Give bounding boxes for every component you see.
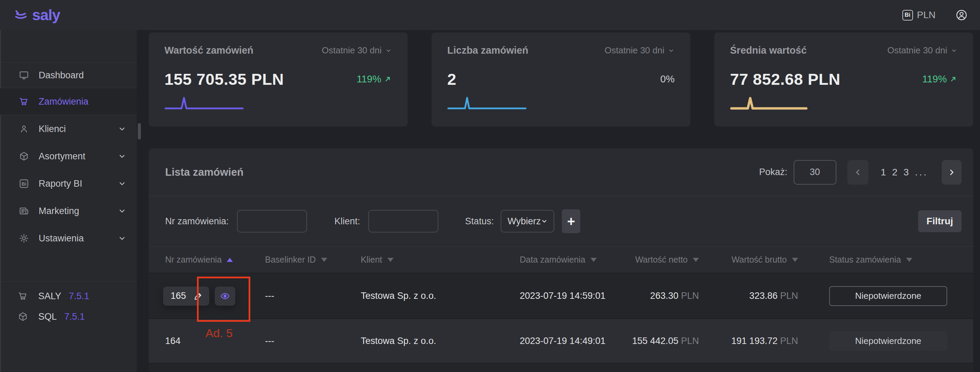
next-page-button[interactable]	[942, 160, 961, 184]
currency-suffix: PLN	[780, 336, 798, 346]
sort-desc-icon	[792, 258, 798, 262]
box-icon	[19, 151, 29, 161]
baselinker-id-cell: ---	[265, 291, 361, 301]
currency-label[interactable]: PLN	[917, 10, 935, 21]
column-wartosc-netto[interactable]: Wartość netto	[629, 255, 705, 265]
gross-value-cell: 323.86 PLN	[705, 291, 803, 301]
column-label: Nr zamówienia	[165, 255, 221, 265]
card-wartosc-zamowien: Wartość zamówień Ostatnie 30 dni 155 705…	[149, 32, 407, 127]
add-filter-button[interactable]: +	[562, 209, 580, 233]
column-nr-zamowienia[interactable]: Nr zamówienia	[165, 255, 265, 265]
column-klient[interactable]: Klient	[361, 255, 520, 265]
gross-amount: 323.86	[749, 291, 778, 301]
column-label: Data zamówienia	[520, 255, 585, 265]
chevron-down-icon	[118, 234, 127, 243]
sidebar-item-ustawienia[interactable]: Ustawienia	[0, 225, 137, 252]
card-liczba-zamowien: Liczba zamówień Ostatnie 30 dni 2 0%	[431, 32, 690, 127]
card-srednia-wartosc: Średnia wartość Ostatnie 30 dni 77 852.6…	[714, 32, 973, 127]
scrollbar-thumb[interactable]	[138, 123, 141, 140]
net-amount: 155 442.05	[632, 336, 678, 346]
order-number: 164	[165, 336, 265, 347]
currency-suffix: PLN	[780, 291, 798, 301]
cart-icon	[18, 291, 28, 301]
trend-up-icon	[384, 76, 392, 83]
sort-desc-icon	[321, 258, 327, 262]
sidebar-item-label: Marketing	[39, 206, 80, 216]
account-icon[interactable]	[955, 9, 968, 21]
baselinker-id-cell: ---	[265, 336, 361, 347]
trend-up-icon	[950, 76, 958, 83]
topbar: saly Bi PLN	[0, 0, 980, 30]
version-number: 7.5.1	[64, 312, 85, 322]
chevron-down-icon	[118, 124, 127, 134]
column-label: Wartość netto	[635, 255, 688, 265]
person-icon	[19, 124, 29, 134]
change-value: 0%	[660, 73, 675, 85]
gross-amount: 191 193.72	[732, 336, 778, 346]
column-baselinker-id[interactable]: Baselinker ID	[265, 255, 361, 265]
period-dropdown[interactable]: Ostatnie 30 dni	[605, 45, 675, 56]
app-logo[interactable]: saly	[14, 6, 60, 24]
version-number: 7.5.1	[69, 291, 89, 302]
client-cell: Testowa Sp. z o.o.	[361, 336, 520, 347]
chevron-down-icon	[118, 152, 127, 161]
prev-page-button[interactable]	[847, 160, 869, 184]
bi-report-icon: Bi	[19, 178, 29, 189]
card-title: Średnia wartość	[730, 45, 807, 56]
order-number-input[interactable]	[237, 210, 307, 232]
page-numbers[interactable]: 1 2 3 ...	[881, 167, 928, 178]
card-title: Wartość zamówień	[164, 45, 253, 56]
net-value-cell: 263.30 PLN	[629, 291, 705, 301]
monitor-icon	[19, 70, 29, 80]
sidebar-item-label: Dashboard	[39, 70, 84, 81]
order-number-label: Nr zamówienia:	[165, 216, 229, 227]
status-select-value: Wybierz	[508, 216, 541, 227]
card-title: Liczba zamówień	[447, 45, 528, 56]
order-number-pill: 165	[163, 286, 209, 306]
sidebar-item-asortyment[interactable]: Asortyment	[0, 143, 137, 170]
sidebar-item-marketing[interactable]: Marketing	[0, 197, 137, 225]
page-size-input[interactable]	[794, 160, 836, 184]
table-row-partial	[149, 363, 973, 372]
column-data-zamowienia[interactable]: Data zamówienia	[520, 255, 629, 265]
net-amount: 263.30	[650, 291, 678, 301]
sidebar-item-label: Zamówienia	[39, 96, 89, 107]
sparkline-blue	[447, 95, 527, 111]
status-label: Status:	[465, 216, 494, 227]
period-dropdown[interactable]: Ostatnie 30 dni	[322, 45, 392, 56]
period-label: Ostatnie 30 dni	[322, 45, 382, 56]
chevron-down-icon	[541, 217, 548, 225]
sidebar-item-raporty-bi[interactable]: Bi Raporty BI	[0, 170, 137, 197]
edit-pencil-icon[interactable]	[194, 291, 203, 301]
view-order-button[interactable]	[215, 286, 235, 306]
change-value: 119%	[922, 73, 947, 85]
table-row[interactable]: 164 --- Testowa Sp. z o.o. 2023-07-19 14…	[149, 318, 973, 363]
gear-icon	[19, 233, 29, 243]
table-header: Nr zamówienia Baselinker ID Klient Data …	[149, 246, 973, 273]
column-status-zamowienia[interactable]: Status zamówienia	[803, 255, 961, 265]
order-date-cell: 2023-07-19 14:59:01	[520, 291, 629, 301]
sidebar-item-dashboard[interactable]: Dashboard	[0, 62, 137, 88]
change-badge: 0%	[660, 73, 675, 85]
table-row[interactable]: 165 --- Testowa Sp. z o.o. 2023-07-19	[149, 273, 973, 318]
status-badge[interactable]: Niepotwierdzone	[829, 286, 947, 306]
client-cell: Testowa Sp. z o.o.	[361, 291, 520, 301]
sort-desc-icon	[387, 258, 394, 262]
product-name: SQL	[38, 312, 57, 322]
sidebar-item-klienci[interactable]: Klienci	[0, 115, 137, 143]
order-date-cell: 2023-07-19 14:49:01	[520, 336, 629, 347]
status-select[interactable]: Wybierz	[501, 210, 554, 232]
panel-title: Lista zamówień	[165, 166, 243, 178]
sort-desc-icon	[693, 258, 699, 262]
sort-desc-icon	[906, 258, 912, 262]
column-wartosc-brutto[interactable]: Wartość brutto	[705, 255, 803, 265]
status-badge[interactable]: Niepotwierdzone	[829, 331, 947, 351]
gross-value-cell: 191 193.72 PLN	[705, 336, 803, 347]
period-dropdown[interactable]: Ostatnie 30 dni	[887, 45, 958, 56]
period-label: Ostatnie 30 dni	[887, 45, 947, 56]
sidebar-item-zamowienia[interactable]: Zamówienia	[0, 88, 137, 115]
client-input[interactable]	[368, 210, 438, 232]
currency-suffix: PLN	[681, 336, 699, 346]
filter-submit-button[interactable]: Filtruj	[918, 210, 961, 232]
card-value: 2	[447, 70, 457, 89]
